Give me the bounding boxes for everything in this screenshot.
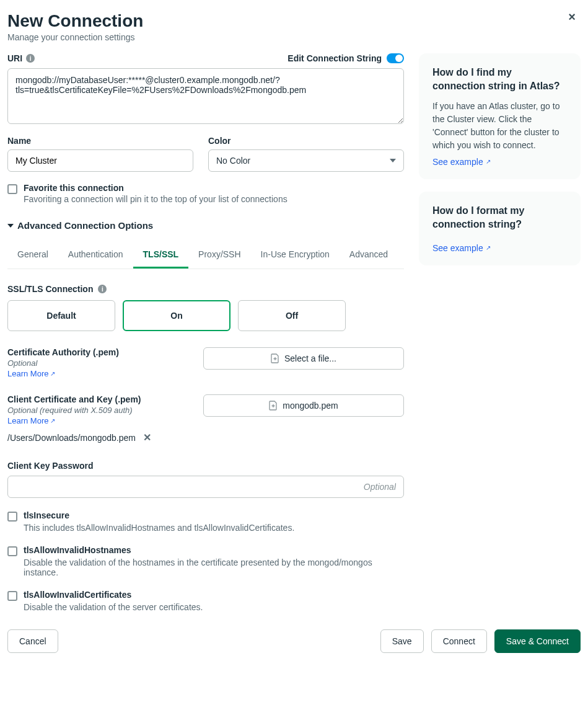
see-example-text: See example <box>432 157 483 167</box>
ca-select-file-button[interactable]: Select a file... <box>203 347 404 370</box>
client-key-password-input[interactable] <box>7 476 404 498</box>
see-example-text: See example <box>432 243 483 253</box>
clear-file-button[interactable]: ✕ <box>143 432 151 443</box>
save-button[interactable]: Save <box>380 629 424 653</box>
edit-connection-string-label: Edit Connection String <box>287 53 382 63</box>
client-cert-filepath: /Users/Downloads/mongodb.pem <box>7 433 136 443</box>
help-card-atlas-title: How do I find my connection string in At… <box>432 66 567 94</box>
name-input[interactable] <box>7 149 193 172</box>
external-link-icon: ↗ <box>50 370 55 377</box>
external-link-icon: ↗ <box>486 158 491 165</box>
tab-authentication[interactable]: Authentication <box>58 242 133 269</box>
see-example-link-1[interactable]: See example ↗ <box>432 157 491 167</box>
close-button[interactable]: × <box>563 7 581 27</box>
see-example-link-2[interactable]: See example ↗ <box>432 243 491 253</box>
name-label: Name <box>7 136 193 146</box>
tls-insecure-checkbox[interactable] <box>7 512 17 522</box>
help-card-atlas: How do I find my connection string in At… <box>419 53 581 179</box>
ca-select-file-text: Select a file... <box>284 353 336 363</box>
external-link-icon: ↗ <box>486 244 491 251</box>
tab-inuse-encryption[interactable]: In-Use Encryption <box>251 242 340 269</box>
ssl-segment-group: Default On Off <box>7 300 404 331</box>
favorite-desc: Favoriting a connection will pin it to t… <box>24 194 287 204</box>
info-icon[interactable]: i <box>98 285 107 293</box>
uri-input[interactable] <box>7 68 404 124</box>
advanced-options-label: Advanced Connection Options <box>17 220 153 231</box>
uri-label-group: URI i <box>7 53 35 63</box>
tab-general[interactable]: General <box>7 242 58 269</box>
color-label: Color <box>208 136 404 146</box>
client-cert-filename: mongodb.pem <box>283 401 338 411</box>
favorite-title: Favorite this connection <box>24 183 287 193</box>
tab-tlsssl[interactable]: TLS/SSL <box>133 242 189 269</box>
tls-hostnames-title: tlsAllowInvalidHostnames <box>24 545 404 555</box>
client-cert-learn-more-text: Learn More <box>7 416 48 425</box>
client-cert-file-button[interactable]: mongodb.pem <box>203 394 404 417</box>
tls-certs-desc: Disable the validation of the server cer… <box>24 602 203 612</box>
client-cert-learn-more-link[interactable]: Learn More ↗ <box>7 416 55 425</box>
tls-insecure-desc: This includes tlsAllowInvalidHostnames a… <box>24 523 294 533</box>
tls-hostnames-checkbox[interactable] <box>7 546 17 556</box>
file-add-icon <box>271 353 279 363</box>
ssl-option-on[interactable]: On <box>123 300 230 331</box>
ssl-option-default[interactable]: Default <box>7 300 115 331</box>
uri-label: URI <box>7 53 22 63</box>
edit-connection-string-toggle[interactable] <box>387 53 404 63</box>
ca-learn-more-link[interactable]: Learn More ↗ <box>7 369 55 378</box>
page-subtitle: Manage your connection settings <box>7 32 143 42</box>
tls-certs-checkbox[interactable] <box>7 591 17 601</box>
cancel-button[interactable]: Cancel <box>7 629 58 653</box>
client-key-password-label: Client Key Password <box>7 461 94 471</box>
ca-learn-more-text: Learn More <box>7 369 48 378</box>
tab-proxyssh[interactable]: Proxy/SSH <box>188 242 250 269</box>
color-select[interactable]: No Color <box>208 149 404 172</box>
help-card-format: How do I format my connection string? Se… <box>419 192 581 265</box>
ca-optional: Optional <box>7 358 193 368</box>
color-select-value: No Color <box>216 156 250 166</box>
file-add-icon <box>269 401 278 411</box>
client-cert-label: Client Certificate and Key (.pem) <box>7 394 193 404</box>
help-card-atlas-body: If you have an Atlas cluster, go to the … <box>432 100 567 152</box>
tls-insecure-title: tlsInsecure <box>24 510 294 520</box>
tabs: General Authentication TLS/SSL Proxy/SSH… <box>7 242 404 269</box>
chevron-down-icon <box>390 159 396 162</box>
ca-label: Certificate Authority (.pem) <box>7 347 193 357</box>
help-card-format-title: How do I format my connection string? <box>432 204 567 232</box>
tab-advanced[interactable]: Advanced <box>340 242 398 269</box>
favorite-checkbox[interactable] <box>7 184 17 194</box>
advanced-options-toggle[interactable]: Advanced Connection Options <box>7 220 404 231</box>
page-title: New Connection <box>7 11 143 31</box>
tls-certs-title: tlsAllowInvalidCertificates <box>24 590 203 600</box>
info-icon[interactable]: i <box>26 54 35 63</box>
save-and-connect-button[interactable]: Save & Connect <box>494 629 581 653</box>
chevron-down-icon <box>7 224 14 228</box>
ssl-option-off[interactable]: Off <box>238 300 346 331</box>
external-link-icon: ↗ <box>50 417 55 424</box>
connect-button[interactable]: Connect <box>431 629 487 653</box>
client-cert-optional: Optional (required with X.509 auth) <box>7 406 193 415</box>
ssl-connection-label: SSL/TLS Connection <box>7 284 93 294</box>
tls-hostnames-desc: Disable the validation of the hostnames … <box>24 557 404 577</box>
